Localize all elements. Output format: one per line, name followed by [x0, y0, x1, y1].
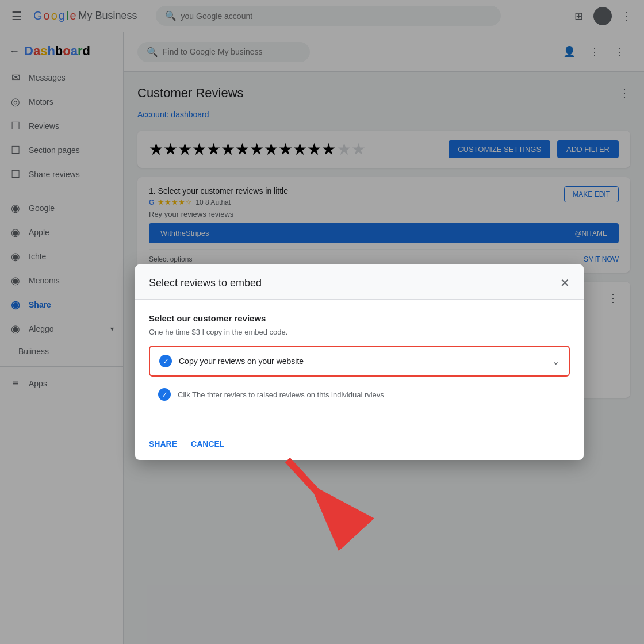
cancel-button[interactable]: CANCEL	[191, 439, 224, 448]
modal-body: Select our customer reviews One he time …	[135, 300, 584, 430]
modal-close-btn[interactable]: ✕	[560, 276, 570, 290]
option-left-1: ✓ Copy your reviews on your website	[159, 355, 304, 367]
option-row-2[interactable]: ✓ Clik The thter reviers to raised revie…	[149, 382, 570, 407]
modal-header: Select reviews to embed ✕	[135, 264, 584, 300]
modal-title: Select reviews to embed	[149, 277, 262, 289]
option-label-1: Copy your reviews on your website	[179, 356, 304, 366]
option-check-1: ✓	[159, 355, 172, 367]
modal-subtitle: One he time $3 I copy in the embed code.	[149, 328, 570, 336]
option-check-2: ✓	[158, 388, 171, 401]
embed-modal: Select reviews to embed ✕ Select our cus…	[135, 264, 584, 460]
option-label-2: Clik The thter reviers to raised reviews…	[178, 390, 384, 399]
modal-footer: SHARE CANCEL	[135, 430, 584, 460]
share-button[interactable]: SHARE	[149, 439, 177, 448]
chevron-down-icon: ⌄	[552, 356, 559, 367]
modal-section-title: Select our customer reviews	[149, 313, 570, 323]
option-row-1[interactable]: ✓ Copy your reviews on your website ⌄	[149, 346, 570, 377]
